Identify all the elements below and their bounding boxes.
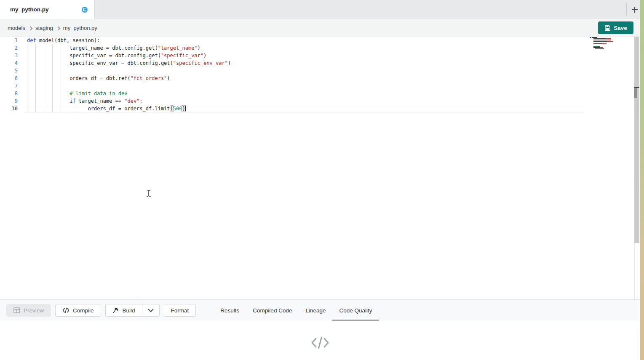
save-button-label: Save: [614, 25, 627, 31]
unsaved-indicator-icon[interactable]: [82, 7, 88, 13]
line-number: 2: [0, 44, 27, 52]
build-options-button[interactable]: [142, 304, 160, 317]
panel-tab-lineage[interactable]: Lineage: [299, 300, 332, 321]
file-tab-label: my_python.py: [10, 6, 82, 13]
line-number: 8: [0, 90, 27, 97]
code-editor[interactable]: 1def model(dbt, session):2 target_name =…: [0, 37, 640, 299]
editor-right-border: [634, 243, 635, 299]
line-number: 10: [0, 105, 27, 112]
panel-tabs: ResultsCompiled CodeLineageCode Quality: [214, 300, 379, 321]
code-lines: 1def model(dbt, session):2 target_name =…: [0, 37, 640, 112]
mouse-cursor-ibeam-icon: [146, 189, 151, 197]
minimap[interactable]: [590, 37, 617, 51]
breadcrumb-separator-icon: [56, 26, 60, 30]
panel-tab-results[interactable]: Results: [214, 300, 246, 321]
panel-tab-code-quality[interactable]: Code Quality: [332, 300, 379, 321]
table-icon: [13, 307, 20, 313]
code-icon: [62, 308, 69, 313]
file-tab-my-python[interactable]: my_python.py: [0, 0, 95, 19]
desktop-edge-strip: [640, 0, 644, 360]
code-line[interactable]: 7: [0, 82, 640, 90]
code-line[interactable]: 2 target_name = dbt.config.get("target_n…: [0, 44, 640, 52]
plus-icon: [631, 6, 639, 13]
build-split-button: Build: [105, 304, 160, 317]
scrollbar-thumb[interactable]: [634, 88, 637, 98]
breadcrumb-item[interactable]: models: [8, 25, 25, 31]
code-line[interactable]: 3 specific_var = dbt.config.get("specifi…: [0, 52, 640, 59]
save-icon: [604, 25, 611, 31]
line-number: 1: [0, 37, 27, 44]
code-line[interactable]: 4 specific_env_var = dbt.config.get("spe…: [0, 59, 640, 67]
line-number: 5: [0, 67, 27, 75]
code-line[interactable]: 9 if target_name == "dev":: [0, 97, 640, 105]
breadcrumb-separator-icon: [28, 26, 32, 30]
format-button-label: Format: [171, 307, 189, 314]
code-quality-panel: [0, 321, 640, 360]
build-button-label: Build: [123, 307, 135, 314]
chevron-down-icon: [148, 309, 154, 312]
compile-button[interactable]: Compile: [55, 304, 101, 317]
bottom-toolbar: Preview Compile Build Format Re: [0, 299, 640, 321]
build-button[interactable]: Build: [105, 304, 142, 317]
line-number: 9: [0, 97, 27, 105]
save-button[interactable]: Save: [598, 21, 633, 34]
line-number: 4: [0, 59, 27, 67]
line-number: 7: [0, 82, 27, 90]
breadcrumb-item[interactable]: my_python.py: [63, 25, 97, 31]
code-line[interactable]: 1def model(dbt, session):: [0, 37, 640, 44]
breadcrumb: modelsstagingmy_python.py: [8, 24, 97, 32]
compile-button-label: Compile: [73, 307, 94, 314]
hammer-icon: [112, 307, 119, 314]
file-tab-bar: my_python.py: [0, 0, 640, 19]
line-number: 6: [0, 75, 27, 82]
preview-button[interactable]: Preview: [6, 304, 51, 317]
format-button[interactable]: Format: [164, 304, 196, 317]
tab-bar-divider: [626, 3, 627, 16]
panel-tab-compiled-code[interactable]: Compiled Code: [246, 300, 299, 321]
preview-button-label: Preview: [24, 307, 44, 314]
code-line[interactable]: 10 orders_df = orders_df.limit(500): [0, 105, 640, 112]
code-line[interactable]: 5: [0, 67, 640, 75]
add-tab-button[interactable]: [628, 3, 641, 16]
line-number: 3: [0, 52, 27, 59]
breadcrumb-item[interactable]: staging: [35, 25, 53, 31]
empty-state-code-icon: [310, 336, 330, 349]
scrollbar-track[interactable]: [634, 37, 639, 243]
code-line[interactable]: 8 # limit data in dev: [0, 90, 640, 97]
app-window: my_python.py modelsstagingmy_python.py S…: [0, 0, 644, 360]
code-line[interactable]: 6 orders_df = dbt.ref("fct_orders"): [0, 75, 640, 82]
text-cursor: [185, 106, 186, 111]
breadcrumb-bar: modelsstagingmy_python.py: [0, 19, 640, 37]
